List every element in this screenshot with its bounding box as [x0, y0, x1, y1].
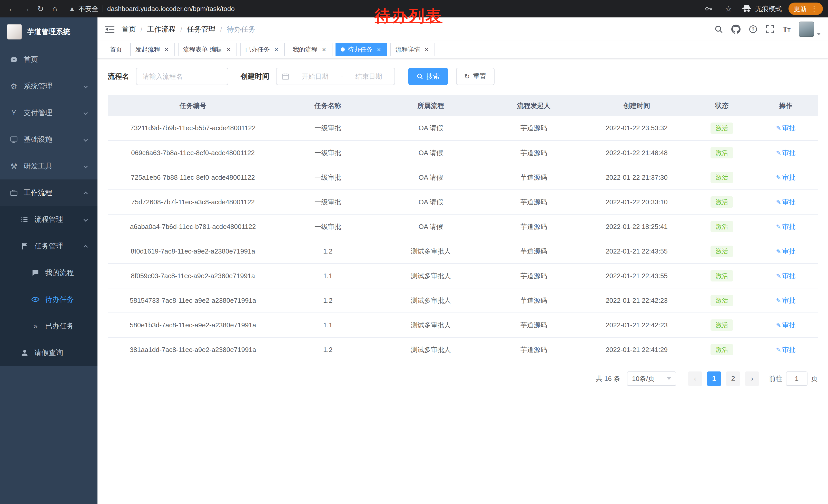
- sidebar-item-my-process[interactable]: 我的流程: [0, 260, 97, 286]
- tab-start-process[interactable]: 发起流程 ×: [130, 43, 175, 56]
- sidebar-item-label: 系统管理: [24, 81, 52, 91]
- next-page-button[interactable]: ›: [745, 371, 759, 386]
- browser-menu-icon[interactable]: ⋮: [811, 5, 818, 12]
- process-cell: 测试多审批人: [378, 288, 484, 313]
- process-name-input[interactable]: [136, 68, 228, 85]
- user-menu[interactable]: [799, 21, 821, 37]
- breadcrumb-home[interactable]: 首页: [122, 25, 136, 34]
- sidebar-item-workflow[interactable]: 工作流程: [0, 179, 97, 206]
- actions-cell: ✎审批: [754, 165, 818, 190]
- address-separator: [102, 5, 103, 12]
- fullscreen-icon[interactable]: [766, 25, 774, 34]
- status-cell: 激活: [690, 140, 754, 165]
- reset-button-label: 重置: [473, 72, 486, 81]
- actions-cell: ✎审批: [754, 313, 818, 337]
- sidebar-item-system[interactable]: ⚙ 系统管理: [0, 73, 97, 99]
- close-icon[interactable]: ×: [273, 46, 280, 53]
- goto-page-input[interactable]: [786, 371, 808, 386]
- goto-label: 前往: [769, 374, 782, 383]
- tab-home[interactable]: 首页: [105, 43, 127, 56]
- close-icon[interactable]: ×: [321, 46, 327, 53]
- address-bar[interactable]: ▲ 不安全 dashboard.yudao.iocoder.cn/bpm/tas…: [69, 4, 701, 13]
- tab-todo-tasks[interactable]: 待办任务 ×: [335, 43, 387, 56]
- create-time-cell: 2022-01-22 21:48:48: [584, 140, 690, 165]
- approve-link[interactable]: ✎审批: [776, 124, 795, 132]
- close-icon[interactable]: ×: [225, 46, 232, 53]
- sidebar-item-todo-tasks[interactable]: 待办任务: [0, 286, 97, 313]
- close-icon[interactable]: ×: [423, 46, 430, 53]
- github-icon[interactable]: [731, 25, 741, 34]
- close-icon[interactable]: ×: [163, 46, 170, 53]
- tab-done-tasks[interactable]: 已办任务 ×: [240, 43, 285, 56]
- approve-link[interactable]: ✎审批: [776, 321, 795, 329]
- avatar[interactable]: [799, 21, 814, 37]
- tab-my-process[interactable]: 我的流程 ×: [288, 43, 332, 56]
- app-logo[interactable]: 芋道管理系统: [0, 17, 97, 46]
- initiator-cell: 芋道源码: [484, 288, 584, 313]
- page-size-value: 10条/页: [632, 374, 655, 383]
- sidebar-item-process-mgmt[interactable]: 流程管理: [0, 206, 97, 233]
- tab-process-detail[interactable]: 流程详情 ×: [390, 43, 435, 56]
- approve-link[interactable]: ✎审批: [776, 223, 795, 230]
- sidebar-item-payment[interactable]: ¥ 支付管理: [0, 99, 97, 126]
- page-button-2[interactable]: 2: [726, 371, 740, 386]
- chat-icon: [31, 269, 40, 277]
- close-icon[interactable]: ×: [376, 46, 382, 53]
- sidebar-item-done-tasks[interactable]: » 已办任务: [0, 313, 97, 339]
- update-label: 更新: [794, 4, 807, 13]
- help-icon[interactable]: ?: [749, 25, 757, 34]
- approve-link[interactable]: ✎审批: [776, 174, 795, 181]
- sidebar-item-task-mgmt[interactable]: 任务管理: [0, 233, 97, 260]
- sidebar-item-leave-query[interactable]: 请假查询: [0, 339, 97, 366]
- page-size-select[interactable]: 10条/页: [627, 371, 676, 386]
- home-icon[interactable]: ⌂: [48, 2, 61, 15]
- update-button[interactable]: 更新 ⋮: [788, 3, 823, 15]
- edit-pencil-icon: ✎: [776, 248, 781, 255]
- bookmark-star-icon[interactable]: ☆: [722, 2, 735, 15]
- approve-label: 审批: [782, 296, 795, 304]
- approve-link[interactable]: ✎审批: [776, 149, 795, 156]
- collapse-sidebar-icon[interactable]: [105, 25, 114, 33]
- calendar-icon: [282, 73, 289, 80]
- sidebar-item-devtools[interactable]: ⚒ 研发工具: [0, 153, 97, 179]
- sidebar-item-infra[interactable]: 基础设施: [0, 126, 97, 153]
- task-name-cell: 一级审批: [278, 214, 378, 239]
- chevron-down-icon: [84, 217, 88, 222]
- task-name-cell: 一级审批: [278, 165, 378, 190]
- create-time-cell: 2022-01-22 20:33:10: [584, 190, 690, 214]
- search-button[interactable]: 搜索: [408, 68, 448, 85]
- create-time-cell: 2022-01-22 23:53:32: [584, 116, 690, 140]
- security-warning[interactable]: ▲ 不安全: [69, 4, 98, 13]
- status-cell: 激活: [690, 214, 754, 239]
- breadcrumb-task-mgmt[interactable]: 任务管理: [187, 25, 215, 34]
- column-header-process: 所属流程: [378, 95, 484, 116]
- initiator-cell: 芋道源码: [484, 140, 584, 165]
- task-table: 任务编号 任务名称 所属流程 流程发起人 创建时间 状态 操作 73211d9d…: [108, 95, 818, 362]
- refresh-icon[interactable]: ↻: [34, 2, 47, 15]
- approve-link[interactable]: ✎审批: [776, 198, 795, 206]
- forward-icon[interactable]: →: [19, 2, 33, 15]
- table-row: 725a1eb6-7b88-11ec-8ef0-acde48001122 一级审…: [108, 165, 818, 190]
- sidebar-item-home[interactable]: 首页: [0, 46, 97, 73]
- font-size-icon[interactable]: TT: [783, 26, 791, 33]
- approve-link[interactable]: ✎审批: [776, 346, 795, 354]
- key-icon[interactable]: [702, 2, 715, 15]
- reset-button[interactable]: ↻ 重置: [456, 68, 495, 85]
- date-range-picker[interactable]: 开始日期 - 结束日期: [276, 68, 395, 85]
- search-icon[interactable]: [714, 25, 723, 34]
- approve-link[interactable]: ✎审批: [776, 247, 795, 255]
- back-icon[interactable]: ←: [5, 2, 18, 15]
- page-button-1[interactable]: 1: [707, 371, 721, 386]
- approve-label: 审批: [782, 346, 795, 354]
- approve-link[interactable]: ✎审批: [776, 296, 795, 304]
- breadcrumb-workflow[interactable]: 工作流程: [147, 25, 176, 34]
- tab-form-edit[interactable]: 流程表单-编辑 ×: [178, 43, 237, 56]
- prev-page-button[interactable]: ‹: [688, 371, 702, 386]
- approve-link[interactable]: ✎审批: [776, 272, 795, 280]
- incognito-icon: [742, 4, 752, 13]
- sidebar: 芋道管理系统 首页 ⚙ 系统管理 ¥ 支付管理: [0, 17, 97, 504]
- eye-icon: [31, 295, 40, 304]
- task-name-cell: 一级审批: [278, 140, 378, 165]
- task-id-cell: 580e1b3d-7ac8-11ec-a9e2-a2380e71991a: [108, 313, 278, 337]
- url-text[interactable]: dashboard.yudao.iocoder.cn/bpm/task/todo: [107, 5, 235, 13]
